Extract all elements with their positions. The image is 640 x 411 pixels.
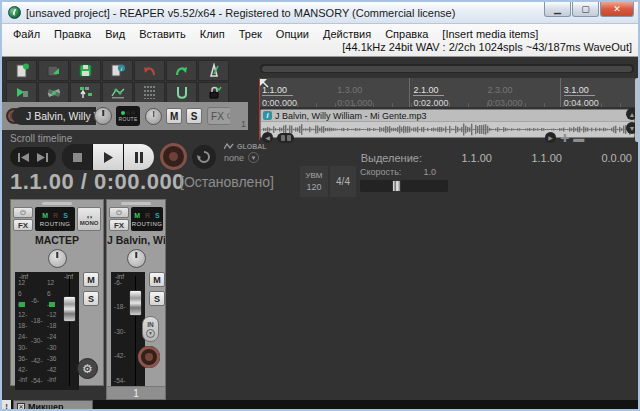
stop-button[interactable] <box>62 144 92 170</box>
fx-button[interactable]: FX <box>13 219 33 231</box>
rate-slider-handle[interactable] <box>392 180 401 192</box>
strip-handle[interactable] <box>42 202 72 205</box>
close-tab-icon[interactable]: ✕ <box>17 403 25 411</box>
strip-handle[interactable] <box>121 202 151 205</box>
zoom-in-button[interactable]: ✚ <box>560 133 569 143</box>
scale-label: 36- <box>18 356 31 363</box>
menu-item[interactable]: Вставить <box>132 27 193 41</box>
loop-points-icon[interactable] <box>166 82 197 103</box>
menu-item[interactable]: [Insert media items] <box>435 27 545 41</box>
routing-s: S <box>155 212 160 219</box>
mute-button[interactable]: M <box>83 272 99 287</box>
redo-icon[interactable] <box>166 60 197 81</box>
volume-fader[interactable] <box>63 296 76 322</box>
solo-button[interactable]: S <box>149 291 165 306</box>
solo-button[interactable]: S <box>83 291 99 306</box>
master-meter[interactable]: -inf -inf 1266-12-18-24-30-36-42--inf -6… <box>15 272 79 390</box>
strip-name[interactable]: J Balvin, Willy <box>107 234 165 246</box>
docker-alert-button[interactable]: ! <box>2 400 11 411</box>
project-settings-icon[interactable]: i <box>102 60 133 81</box>
go-to-start-button[interactable] <box>17 153 30 162</box>
horizontal-scrollbar[interactable] <box>260 64 634 73</box>
volume-fader[interactable] <box>129 290 142 316</box>
metronome-icon[interactable] <box>198 60 229 81</box>
mono-button[interactable]: ◖◗ MONO <box>77 207 101 231</box>
track-name[interactable]: J Balvin, Willy Willia <box>12 107 96 125</box>
route-button[interactable]: ROUTE <box>116 106 140 126</box>
solo-button[interactable]: S <box>186 108 202 124</box>
routing-button[interactable]: M R S ROUTING <box>35 207 75 231</box>
envelope-points-icon[interactable] <box>102 82 133 103</box>
menu-item[interactable]: Действия <box>316 27 378 41</box>
title-bar[interactable]: [unsaved project] - REAPER v5.52/x64 - R… <box>2 2 638 24</box>
menu-item[interactable]: Правка <box>47 27 98 41</box>
mute-button[interactable]: M <box>149 272 165 287</box>
selection-length[interactable]: 0.0.00 <box>562 152 632 164</box>
menu-item[interactable]: Опции <box>269 27 316 41</box>
track-number: 1 <box>241 119 246 129</box>
grid-lines-icon[interactable] <box>134 82 165 103</box>
item-info-icon[interactable]: i <box>263 111 272 120</box>
repeat-button[interactable] <box>192 145 216 169</box>
fx-power-icon[interactable]: ⏻ <box>109 207 129 218</box>
rate-slider[interactable] <box>360 180 448 192</box>
track-panel-tail: 1 <box>230 102 248 130</box>
scale-label: 18- <box>18 323 31 330</box>
undo-icon[interactable] <box>134 60 165 81</box>
zoom-out-button[interactable]: ▬ <box>573 133 584 143</box>
record-arm-button[interactable] <box>138 346 160 368</box>
gear-icon[interactable]: ⚙ <box>77 358 98 379</box>
open-project-icon[interactable] <box>38 60 69 81</box>
strip-name[interactable]: МАСТЕР <box>11 234 103 246</box>
input-select-button[interactable]: IN ▼ <box>142 316 159 342</box>
pause-button[interactable] <box>123 144 154 170</box>
routing-label: ROUTING <box>40 221 70 227</box>
selection-end[interactable]: 1.1.00 <box>492 152 562 164</box>
lock-settings-icon[interactable] <box>198 82 229 103</box>
menu-item[interactable]: Файл <box>6 27 47 41</box>
snap-toggle-icon[interactable] <box>70 82 101 103</box>
item-grouping-icon[interactable] <box>6 82 37 103</box>
scale-label: -inf <box>18 377 31 384</box>
new-project-icon[interactable] <box>6 60 37 81</box>
minimize-button[interactable]: ▁ <box>544 2 571 17</box>
bpm-box[interactable]: УВМ 120 <box>300 166 328 197</box>
vertical-scrollbar[interactable] <box>635 78 640 142</box>
tab-mixer[interactable]: ✕ Микшер <box>13 400 93 411</box>
go-to-end-button[interactable] <box>36 153 49 162</box>
fx-button[interactable]: FX <box>109 219 129 231</box>
scale-label: -54- <box>31 378 47 385</box>
mute-button[interactable]: M <box>166 108 182 124</box>
ruler-beat: 2.1.00 <box>413 85 444 96</box>
pan-scroll-handle[interactable] <box>277 133 294 143</box>
record-button[interactable] <box>160 143 187 170</box>
menu-item[interactable]: Трек <box>232 27 269 41</box>
pan-knob[interactable] <box>145 108 162 125</box>
routing-button[interactable]: M R S ROUTING <box>131 207 163 231</box>
play-button[interactable] <box>92 144 123 170</box>
scroll-right-button[interactable]: ▶ <box>545 132 556 143</box>
selection-start[interactable]: 1.1.00 <box>422 152 492 164</box>
chevron-down-icon[interactable]: ▼ <box>248 152 259 163</box>
time-signature[interactable]: 4/4 <box>330 166 356 197</box>
track-meter[interactable]: -inf -6--18--30--42--54- <box>111 272 145 390</box>
horizontal-scrollbar-thumb[interactable] <box>262 66 632 72</box>
time-display[interactable]: 1.1.00 / 0:00.000 <box>10 169 185 195</box>
menu-item[interactable]: Клип <box>193 27 232 41</box>
scale-label: -12 <box>47 312 61 319</box>
media-item-header[interactable]: i J Balvin, Willy William - Mi Gente.mp3 <box>261 110 634 122</box>
save-project-icon[interactable] <box>70 60 101 81</box>
ripple-edit-icon[interactable] <box>38 82 69 103</box>
menu-item[interactable]: Вид <box>98 27 132 41</box>
pan-knob[interactable] <box>48 249 67 268</box>
fx-power-icon[interactable]: ⏻ <box>13 207 33 218</box>
maximize-button[interactable]: ▢ <box>572 2 599 17</box>
scroll-left-button[interactable]: ◀ <box>262 132 273 143</box>
pan-knob[interactable] <box>127 249 146 268</box>
main-toolbar: i <box>6 60 238 104</box>
close-button[interactable]: ✕ <box>600 2 634 17</box>
volume-knob[interactable] <box>94 107 112 125</box>
scale-label: -42 <box>47 367 61 374</box>
global-automation[interactable]: GLOBAL none ▼ <box>224 143 276 163</box>
menu-item[interactable]: Справка <box>378 27 435 41</box>
